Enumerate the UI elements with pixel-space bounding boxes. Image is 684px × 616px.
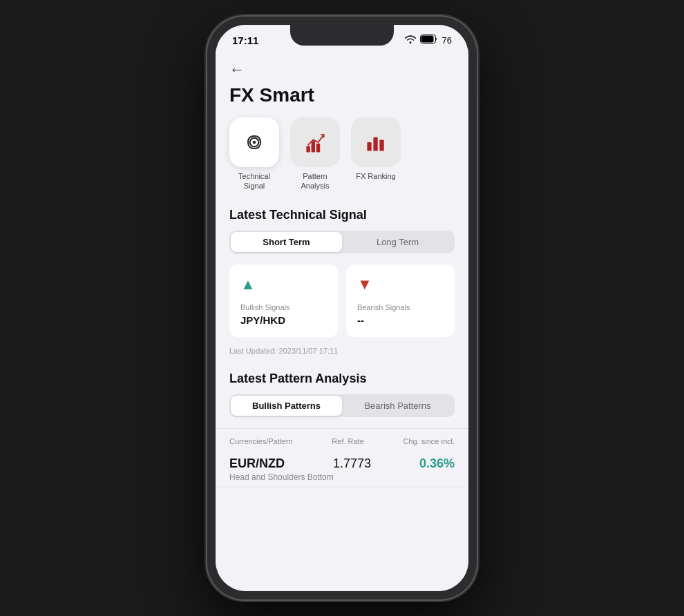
icon-grid: TechnicalSignal PatternAnalysis <box>216 117 468 205</box>
svg-point-3 <box>253 141 256 144</box>
svg-rect-7 <box>367 142 371 151</box>
fx-ranking-icon <box>363 130 388 155</box>
col-currencies: Currencies/Pattern <box>229 437 293 445</box>
svg-rect-1 <box>421 36 433 43</box>
icon-item-fx-ranking[interactable]: FX Ranking <box>351 117 401 191</box>
page-content: ← FX Smart <box>216 55 468 591</box>
icon-label-pattern-analysis: PatternAnalysis <box>301 171 330 191</box>
pattern-analysis-title: Latest Pattern Analysis <box>216 369 468 394</box>
pattern-name-label: Head and Shoulders Bottom <box>216 471 468 488</box>
pattern-analysis-tabs: Bullish Patterns Bearish Patterns <box>229 394 455 417</box>
notch <box>290 25 394 46</box>
status-bar: 17:11 76 <box>216 25 468 55</box>
battery-indicator <box>420 35 438 46</box>
technical-signal-title: Latest Technical Signal <box>216 205 468 231</box>
bullish-signal-value: JPY/HKD <box>240 314 327 326</box>
signal-icon <box>242 130 267 155</box>
pattern-analysis-section: Latest Pattern Analysis Bullish Patterns… <box>216 369 468 488</box>
bullish-arrow-icon: ▲ <box>240 276 327 293</box>
icon-box-pattern-analysis <box>290 117 340 167</box>
pattern-analysis-icon <box>303 130 327 155</box>
technical-signal-tabs: Short Term Long Term <box>229 231 455 253</box>
bullish-signal-label: Bullish Signals <box>240 303 327 311</box>
tab-bullish-patterns[interactable]: Bullish Patterns <box>231 396 342 416</box>
tab-short-term[interactable]: Short Term <box>231 232 342 252</box>
svg-rect-8 <box>373 137 377 151</box>
pattern-table-header: Currencies/Pattern Ref. Rate Chg. since … <box>216 428 468 451</box>
signal-cards: ▲ Bullish Signals JPY/HKD ▼ Bearish Sign… <box>216 264 468 345</box>
icon-label-technical-signal: TechnicalSignal <box>238 171 270 191</box>
status-right-icons: 76 <box>405 35 452 46</box>
icon-item-technical-signal[interactable]: TechnicalSignal <box>229 117 279 191</box>
page-title: FX Smart <box>216 81 468 117</box>
icon-box-technical-signal <box>229 117 279 167</box>
last-updated-text: Last Updated: 2023/11/07 17:11 <box>216 345 468 369</box>
icon-box-fx-ranking <box>351 117 401 167</box>
technical-signal-section: Latest Technical Signal Short Term Long … <box>216 205 468 369</box>
back-button[interactable]: ← <box>216 55 468 81</box>
icon-item-pattern-analysis[interactable]: PatternAnalysis <box>290 117 340 191</box>
svg-rect-5 <box>312 141 315 152</box>
phone-device: 17:11 76 <box>207 17 477 599</box>
bearish-arrow-icon: ▼ <box>357 276 444 293</box>
pattern-currency-name: EUR/NZD <box>229 456 285 471</box>
bullish-signal-card: ▲ Bullish Signals JPY/HKD <box>229 264 338 337</box>
bearish-signal-card: ▼ Bearish Signals -- <box>346 264 455 337</box>
bearish-signal-label: Bearish Signals <box>357 303 444 311</box>
icon-label-fx-ranking: FX Ranking <box>356 171 395 181</box>
pattern-row-eur-nzd: EUR/NZD 1.7773 0.36% <box>216 451 468 471</box>
phone-screen: 17:11 76 <box>216 25 468 591</box>
bearish-signal-value: -- <box>357 314 444 326</box>
tab-bearish-patterns[interactable]: Bearish Patterns <box>342 396 453 416</box>
svg-rect-6 <box>316 144 320 153</box>
col-chg: Chg. since incl. <box>403 437 455 445</box>
col-ref-rate: Ref. Rate <box>332 437 363 445</box>
svg-rect-4 <box>306 146 310 152</box>
pattern-ref-rate-value: 1.7773 <box>333 456 371 471</box>
wifi-icon <box>405 35 416 46</box>
svg-rect-9 <box>379 139 383 151</box>
battery-percent: 76 <box>442 35 452 46</box>
status-time: 17:11 <box>232 35 258 46</box>
pattern-chg-value: 0.36% <box>419 456 455 471</box>
tab-long-term[interactable]: Long Term <box>342 232 453 252</box>
